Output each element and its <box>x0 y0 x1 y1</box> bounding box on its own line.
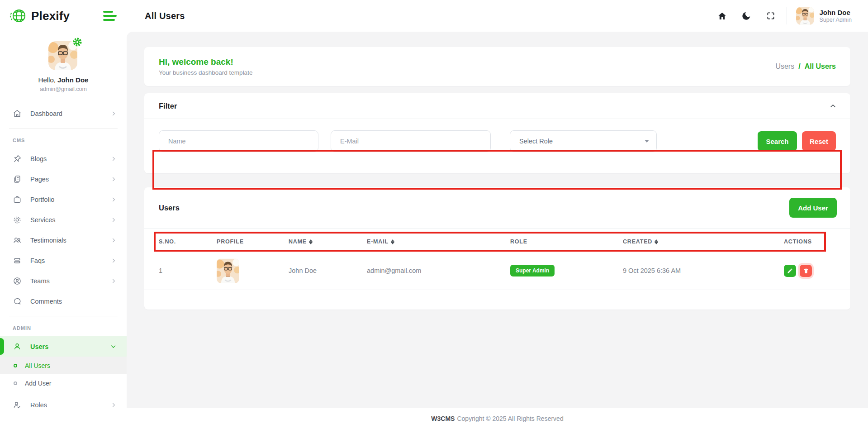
filter-title: Filter <box>159 102 177 110</box>
chevron-down-icon <box>110 343 117 350</box>
col-role: ROLE <box>510 238 623 245</box>
people-icon <box>13 236 22 245</box>
users-table-title: Users <box>159 204 180 212</box>
topbar-user-name: John Doe <box>819 9 852 17</box>
content: Hi, welcome back! Your business dashboar… <box>127 32 868 408</box>
email-filter-input[interactable] <box>331 130 491 152</box>
sidebar-user-greeting: Hello, John Doe <box>0 76 127 84</box>
divider <box>9 316 118 316</box>
row-email: admin@gmail.com <box>367 267 510 274</box>
topbar: All Users John Doe Super Admin <box>127 0 868 32</box>
footer-brand: W3CMS <box>431 415 455 422</box>
row-sno: 1 <box>159 267 217 274</box>
chevron-right-icon <box>110 156 117 162</box>
breadcrumb-current: All Users <box>805 62 836 71</box>
name-filter-input[interactable] <box>159 130 318 152</box>
sort-icon <box>309 239 313 244</box>
chevron-right-icon <box>110 110 117 117</box>
sidebar-item-dashboard[interactable]: Dashboard <box>0 103 127 124</box>
sidebar-item-testimonials[interactable]: Testimonials <box>0 230 127 250</box>
sidebar-subitem-all-users[interactable]: All Users <box>0 357 127 374</box>
sidebar-item-comments[interactable]: Comments <box>0 291 127 311</box>
sidebar-nav: Dashboard CMS Blogs Pages Portfolio <box>0 103 127 415</box>
pin-icon <box>13 154 22 163</box>
chevron-right-icon <box>110 402 117 408</box>
sidebar-item-teams[interactable]: Teams <box>0 271 127 291</box>
main-area: All Users John Doe Super Admin <box>127 0 868 429</box>
hamburger-menu-icon[interactable] <box>102 9 118 23</box>
globe-icon <box>9 7 27 25</box>
chevron-right-icon <box>110 217 117 223</box>
pages-icon <box>13 175 22 184</box>
chevron-up-icon[interactable] <box>829 102 837 110</box>
profile-menu[interactable]: John Doe Super Admin <box>796 7 852 25</box>
breadcrumb-separator: / <box>798 62 800 71</box>
sidebar: Plexify Hello, John Doe admin@gmail.com … <box>0 0 127 429</box>
chevron-right-icon <box>110 176 117 182</box>
col-created[interactable]: CREATED <box>623 238 784 245</box>
user-icon <box>13 342 22 351</box>
row-name: John Doe <box>289 267 367 274</box>
row-actions <box>784 265 836 277</box>
welcome-card: Hi, welcome back! Your business dashboar… <box>144 47 850 86</box>
dark-mode-moon-icon[interactable] <box>740 10 752 22</box>
row-avatar <box>217 258 239 284</box>
sidebar-section-cms: CMS <box>0 133 127 148</box>
table-header-row: S.NO. PROFILE NAME E-MAIL ROLE CREATED A… <box>144 232 850 252</box>
fullscreen-icon[interactable] <box>765 10 777 22</box>
role-badge: Super Admin <box>510 265 555 276</box>
role-select[interactable]: Select Role <box>510 130 657 152</box>
breadcrumb: Users / All Users <box>775 62 836 71</box>
divider <box>9 128 118 129</box>
gear-icon <box>13 215 22 224</box>
edit-icon[interactable] <box>784 265 796 277</box>
col-actions: ACTIONS <box>784 238 836 245</box>
footer-text: Copyright © 2025 All Rights Reserved <box>457 415 563 422</box>
add-user-button[interactable]: Add User <box>789 198 837 218</box>
row-profile <box>217 258 289 284</box>
bullet-icon <box>14 381 17 385</box>
chevron-right-icon <box>110 196 117 203</box>
sidebar-user-panel: Hello, John Doe admin@gmail.com <box>0 32 127 92</box>
row-role: Super Admin <box>510 265 623 276</box>
chat-bubble-icon <box>13 297 22 306</box>
page-title: All Users <box>145 11 185 21</box>
col-name[interactable]: NAME <box>289 238 367 245</box>
sidebar-item-users[interactable]: Users <box>0 336 127 357</box>
sidebar-item-pages[interactable]: Pages <box>0 169 127 189</box>
welcome-title: Hi, welcome back! <box>159 57 252 67</box>
topbar-user-role: Super Admin <box>819 17 852 23</box>
sidebar-subitem-add-user[interactable]: Add User <box>0 374 127 392</box>
sidebar-item-blogs[interactable]: Blogs <box>0 148 127 169</box>
sidebar-user-email: admin@gmail.com <box>0 86 127 92</box>
role-select-value: Select Role <box>519 138 553 145</box>
search-button[interactable]: Search <box>758 131 797 151</box>
row-created: 9 Oct 2025 6:36 AM <box>623 267 784 274</box>
sidebar-item-roles[interactable]: Roles <box>0 395 127 415</box>
col-email[interactable]: E-MAIL <box>367 238 510 245</box>
welcome-subtitle: Your business dashboard template <box>159 69 252 76</box>
person-check-icon <box>13 400 22 410</box>
person-circle-icon <box>13 276 22 286</box>
sidebar-item-portfolio[interactable]: Portfolio <box>0 189 127 210</box>
bullet-icon <box>14 364 17 367</box>
filter-card: Filter Select Role Search Reset <box>144 93 850 173</box>
table-row: 1 John Doe admin@gmail.com Super Admin 9… <box>144 252 850 290</box>
gear-icon[interactable] <box>73 38 82 47</box>
sidebar-section-admin: ADMIN <box>0 321 127 336</box>
chevron-right-icon <box>110 237 117 243</box>
topbar-avatar <box>796 7 814 25</box>
sidebar-item-faqs[interactable]: Faqs <box>0 250 127 271</box>
home-icon[interactable] <box>716 10 728 22</box>
brand-logo[interactable]: Plexify <box>9 7 70 25</box>
divider <box>787 7 787 24</box>
breadcrumb-parent[interactable]: Users <box>775 62 794 71</box>
briefcase-icon <box>13 195 22 204</box>
sidebar-item-services[interactable]: Services <box>0 210 127 230</box>
delete-icon[interactable] <box>800 265 812 277</box>
brand-name: Plexify <box>31 9 70 23</box>
sidebar-header: Plexify <box>0 0 127 32</box>
chevron-right-icon <box>110 278 117 284</box>
home-icon <box>13 109 22 118</box>
reset-button[interactable]: Reset <box>802 131 836 151</box>
